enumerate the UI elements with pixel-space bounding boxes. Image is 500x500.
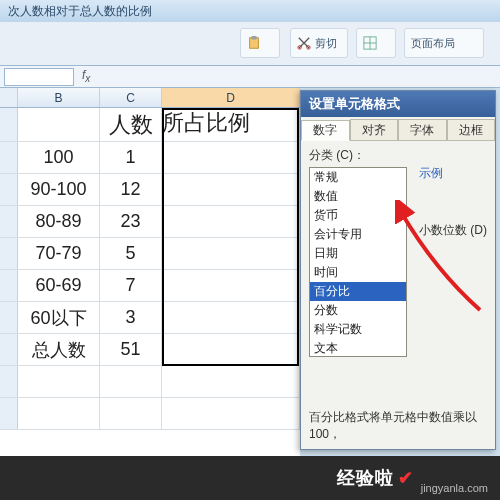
dialog-right-column: 示例 小数位数 (D)	[419, 165, 487, 239]
row-header[interactable]	[0, 206, 18, 237]
cell[interactable]: 90-100	[18, 174, 100, 205]
grid-rows: 人数 所占比例 100 1 90-100 12 80-89 23	[0, 108, 300, 430]
cell[interactable]: 100	[18, 142, 100, 173]
list-item[interactable]: 科学记数	[310, 320, 406, 339]
col-header-c[interactable]: C	[100, 88, 162, 107]
decimal-places-label: 小数位数 (D)	[419, 222, 487, 239]
svg-rect-1	[251, 36, 256, 40]
list-item[interactable]: 数值	[310, 187, 406, 206]
cell[interactable]	[18, 398, 100, 429]
format-cells-dialog: 设置单元格格式 数字 对齐 字体 边框 分类 (C)： 常规 数值 货币 会计专…	[300, 90, 496, 450]
cell[interactable]: 70-79	[18, 238, 100, 269]
list-item-selected[interactable]: 百分比	[310, 282, 406, 301]
row-header[interactable]	[0, 108, 18, 141]
row-header[interactable]	[0, 238, 18, 269]
tab-number[interactable]: 数字	[301, 120, 350, 141]
row-header[interactable]	[0, 174, 18, 205]
list-item[interactable]: 常规	[310, 168, 406, 187]
grid-icon	[363, 36, 377, 50]
table-row: 100 1	[0, 142, 300, 174]
cell[interactable]: 总人数	[18, 334, 100, 365]
cell[interactable]	[162, 270, 300, 301]
brand-url: jingyanla.com	[421, 482, 488, 494]
paste-icon	[247, 36, 261, 50]
cell[interactable]	[162, 302, 300, 333]
fx-icon[interactable]: fx	[82, 68, 90, 84]
dialog-titlebar[interactable]: 设置单元格格式	[301, 91, 495, 117]
cell[interactable]: 60-69	[18, 270, 100, 301]
spreadsheet: B C D 人数 所占比例 100 1 90-100 12	[0, 88, 300, 500]
cell[interactable]: 3	[100, 302, 162, 333]
list-item[interactable]: 文本	[310, 339, 406, 357]
table-row	[0, 366, 300, 398]
formula-bar: fx	[0, 66, 500, 88]
cell[interactable]: 人数	[100, 108, 162, 141]
cell[interactable]	[162, 206, 300, 237]
cell[interactable]	[162, 238, 300, 269]
cell[interactable]	[100, 366, 162, 397]
name-box[interactable]	[4, 68, 74, 86]
sample-label: 示例	[419, 165, 487, 182]
cell[interactable]	[162, 334, 300, 365]
cell[interactable]	[18, 366, 100, 397]
select-all-corner[interactable]	[0, 88, 18, 107]
tab-font[interactable]: 字体	[398, 119, 447, 140]
table-row: 70-79 5	[0, 238, 300, 270]
title-text: 次人数相对于总人数的比例	[8, 4, 152, 18]
ribbon-layout-label: 页面布局	[411, 36, 455, 51]
table-row	[0, 398, 300, 430]
cell[interactable]: 12	[100, 174, 162, 205]
brand-text: 经验啦	[337, 466, 394, 490]
row-header[interactable]	[0, 334, 18, 365]
ribbon-paste-group[interactable]	[240, 28, 280, 58]
cell[interactable]	[162, 142, 300, 173]
list-item[interactable]: 货币	[310, 206, 406, 225]
row-header[interactable]	[0, 398, 18, 429]
row-header[interactable]	[0, 270, 18, 301]
table-row: 80-89 23	[0, 206, 300, 238]
cell[interactable]: 所占比例	[162, 108, 300, 141]
cell[interactable]: 1	[100, 142, 162, 173]
table-row: 人数 所占比例	[0, 108, 300, 142]
table-row: 60以下 3	[0, 302, 300, 334]
cell[interactable]	[18, 108, 100, 141]
cell[interactable]	[162, 174, 300, 205]
row-header[interactable]	[0, 142, 18, 173]
watermark-footer: 经验啦 ✔ jingyanla.com	[0, 456, 500, 500]
table-row: 60-69 7	[0, 270, 300, 302]
dialog-title-text: 设置单元格格式	[309, 95, 400, 113]
row-header[interactable]	[0, 366, 18, 397]
format-description: 百分比格式将单元格中数值乘以 100，	[309, 409, 487, 443]
column-headers: B C D	[0, 88, 300, 108]
cell[interactable]	[162, 398, 300, 429]
list-item[interactable]: 时间	[310, 263, 406, 282]
ribbon-layout-tab[interactable]: 页面布局	[404, 28, 484, 58]
check-icon: ✔	[398, 467, 413, 489]
category-listbox[interactable]: 常规 数值 货币 会计专用 日期 时间 百分比 分数 科学记数 文本 特殊 自定…	[309, 167, 407, 357]
table-row: 90-100 12	[0, 174, 300, 206]
cell[interactable]	[162, 366, 300, 397]
cell[interactable]: 51	[100, 334, 162, 365]
tab-alignment[interactable]: 对齐	[350, 119, 399, 140]
cell[interactable]: 5	[100, 238, 162, 269]
list-item[interactable]: 会计专用	[310, 225, 406, 244]
table-row: 总人数 51	[0, 334, 300, 366]
list-item[interactable]: 日期	[310, 244, 406, 263]
col-header-b[interactable]: B	[18, 88, 100, 107]
ribbon-group-small[interactable]	[356, 28, 396, 58]
window-titlebar: 次人数相对于总人数的比例	[0, 0, 500, 22]
row-header[interactable]	[0, 302, 18, 333]
col-header-d[interactable]: D	[162, 88, 300, 107]
list-item[interactable]: 分数	[310, 301, 406, 320]
cell[interactable]: 7	[100, 270, 162, 301]
ribbon-cut-label: 剪切	[315, 36, 337, 51]
cell[interactable]: 23	[100, 206, 162, 237]
tab-border[interactable]: 边框	[447, 119, 496, 140]
dialog-body: 分类 (C)： 常规 数值 货币 会计专用 日期 时间 百分比 分数 科学记数 …	[301, 141, 495, 449]
cell[interactable]: 60以下	[18, 302, 100, 333]
scissors-icon	[297, 36, 311, 50]
ribbon-cut-group[interactable]: 剪切	[290, 28, 348, 58]
cell[interactable]	[100, 398, 162, 429]
dialog-tabs: 数字 对齐 字体 边框	[301, 117, 495, 141]
cell[interactable]: 80-89	[18, 206, 100, 237]
